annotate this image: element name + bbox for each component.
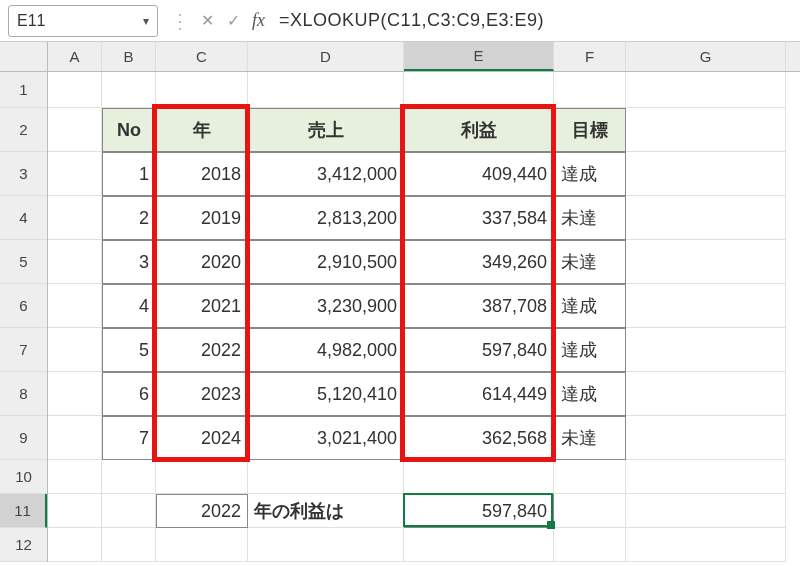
cell-B1[interactable] <box>102 72 156 108</box>
table-header-year[interactable]: 年 <box>156 108 248 152</box>
cell-D10[interactable] <box>248 460 404 494</box>
enter-icon[interactable]: ✓ <box>220 7 246 35</box>
table-row[interactable]: 362,568 <box>404 416 554 460</box>
table-row[interactable]: 2022 <box>156 328 248 372</box>
table-row[interactable]: 2023 <box>156 372 248 416</box>
table-row[interactable]: 5 <box>102 328 156 372</box>
cell-D12[interactable] <box>248 528 404 562</box>
table-row[interactable]: 409,440 <box>404 152 554 196</box>
table-row[interactable]: 2018 <box>156 152 248 196</box>
column-header-B[interactable]: B <box>102 42 156 71</box>
table-row[interactable]: 2021 <box>156 284 248 328</box>
row-header-8[interactable]: 8 <box>0 372 47 416</box>
table-header-no[interactable]: No <box>102 108 156 152</box>
lookup-result[interactable]: 597,840 <box>404 494 554 528</box>
formula-input[interactable]: =XLOOKUP(C11,C3:C9,E3:E9) <box>271 10 800 31</box>
cell-F10[interactable] <box>554 460 626 494</box>
cell-B12[interactable] <box>102 528 156 562</box>
table-row[interactable]: 597,840 <box>404 328 554 372</box>
cancel-icon[interactable]: ✕ <box>194 7 220 35</box>
cell-C12[interactable] <box>156 528 248 562</box>
row-header-12[interactable]: 12 <box>0 528 47 562</box>
lookup-year-input[interactable]: 2022 <box>156 494 248 528</box>
row-header-11[interactable]: 11 <box>0 494 47 528</box>
cell-G9[interactable] <box>626 416 786 460</box>
table-row[interactable]: 達成 <box>554 372 626 416</box>
table-row[interactable]: 614,449 <box>404 372 554 416</box>
column-header-E[interactable]: E <box>404 42 554 71</box>
row-header-4[interactable]: 4 <box>0 196 47 240</box>
cell-D1[interactable] <box>248 72 404 108</box>
table-row[interactable]: 1 <box>102 152 156 196</box>
row-header-2[interactable]: 2 <box>0 108 47 152</box>
table-row[interactable]: 4,982,000 <box>248 328 404 372</box>
cell-C1[interactable] <box>156 72 248 108</box>
cell-B11[interactable] <box>102 494 156 528</box>
cell-A8[interactable] <box>48 372 102 416</box>
table-row[interactable]: 2019 <box>156 196 248 240</box>
column-header-A[interactable]: A <box>48 42 102 71</box>
table-row[interactable]: 349,260 <box>404 240 554 284</box>
cell-A3[interactable] <box>48 152 102 196</box>
table-row[interactable]: 4 <box>102 284 156 328</box>
row-header-7[interactable]: 7 <box>0 328 47 372</box>
table-row[interactable]: 達成 <box>554 328 626 372</box>
cell-E12[interactable] <box>404 528 554 562</box>
chevron-down-icon[interactable]: ▾ <box>143 14 149 28</box>
table-header-sales[interactable]: 売上 <box>248 108 404 152</box>
row-header-3[interactable]: 3 <box>0 152 47 196</box>
cell-A11[interactable] <box>48 494 102 528</box>
table-row[interactable]: 3,230,900 <box>248 284 404 328</box>
cell-F12[interactable] <box>554 528 626 562</box>
cell-G7[interactable] <box>626 328 786 372</box>
cell-F1[interactable] <box>554 72 626 108</box>
cell-A9[interactable] <box>48 416 102 460</box>
cell-B10[interactable] <box>102 460 156 494</box>
column-header-D[interactable]: D <box>248 42 404 71</box>
row-header-9[interactable]: 9 <box>0 416 47 460</box>
table-row[interactable]: 達成 <box>554 152 626 196</box>
row-header-6[interactable]: 6 <box>0 284 47 328</box>
cell-A5[interactable] <box>48 240 102 284</box>
column-header-G[interactable]: G <box>626 42 786 71</box>
table-row[interactable]: 未達 <box>554 416 626 460</box>
cell-G4[interactable] <box>626 196 786 240</box>
table-row[interactable]: 3,412,000 <box>248 152 404 196</box>
column-header-C[interactable]: C <box>156 42 248 71</box>
table-row[interactable]: 5,120,410 <box>248 372 404 416</box>
table-header-profit[interactable]: 利益 <box>404 108 554 152</box>
cell-A10[interactable] <box>48 460 102 494</box>
cell-G3[interactable] <box>626 152 786 196</box>
cell-G11[interactable] <box>626 494 786 528</box>
cell-E10[interactable] <box>404 460 554 494</box>
cell-G2[interactable] <box>626 108 786 152</box>
cell-G8[interactable] <box>626 372 786 416</box>
row-header-5[interactable]: 5 <box>0 240 47 284</box>
cell-A7[interactable] <box>48 328 102 372</box>
select-all-corner[interactable] <box>0 42 48 72</box>
cell-F11[interactable] <box>554 494 626 528</box>
table-row[interactable]: 7 <box>102 416 156 460</box>
table-header-goal[interactable]: 目標 <box>554 108 626 152</box>
cell-G6[interactable] <box>626 284 786 328</box>
table-row[interactable]: 6 <box>102 372 156 416</box>
table-row[interactable]: 2,813,200 <box>248 196 404 240</box>
fx-icon[interactable]: fx <box>246 10 271 31</box>
cell-E1[interactable] <box>404 72 554 108</box>
table-row[interactable]: 387,708 <box>404 284 554 328</box>
cell-G5[interactable] <box>626 240 786 284</box>
table-row[interactable]: 未達 <box>554 240 626 284</box>
cell-A12[interactable] <box>48 528 102 562</box>
cell-A1[interactable] <box>48 72 102 108</box>
name-box[interactable]: E11 ▾ <box>8 5 158 37</box>
cell-G1[interactable] <box>626 72 786 108</box>
cell-G10[interactable] <box>626 460 786 494</box>
table-row[interactable]: 未達 <box>554 196 626 240</box>
table-row[interactable]: 2020 <box>156 240 248 284</box>
cell-C10[interactable] <box>156 460 248 494</box>
table-row[interactable]: 3 <box>102 240 156 284</box>
row-header-10[interactable]: 10 <box>0 460 47 494</box>
table-row[interactable]: 337,584 <box>404 196 554 240</box>
cell-A2[interactable] <box>48 108 102 152</box>
column-header-F[interactable]: F <box>554 42 626 71</box>
